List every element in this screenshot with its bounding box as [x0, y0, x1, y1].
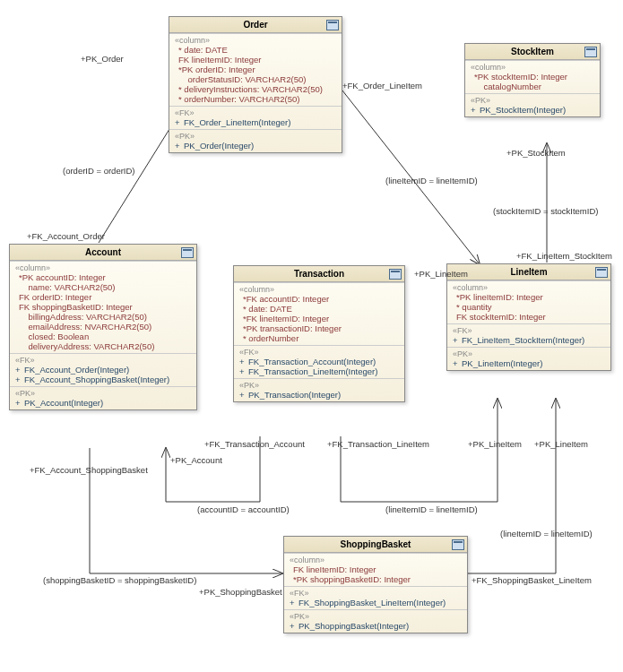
column-row: catalogNumber	[471, 82, 594, 91]
pk-stereo: «PK»	[471, 96, 594, 105]
op-row: PK_Account(Integer)	[15, 398, 191, 408]
column-row: FK orderID: Integer	[15, 292, 191, 302]
column-row: FK lineItemID: Integer	[290, 564, 462, 574]
column-row: * orderNumber: VARCHAR2(50)	[175, 94, 336, 104]
fk-stereo: «FK»	[175, 108, 336, 117]
fk-stereo: «FK»	[290, 589, 462, 598]
fk-stereo: «FK»	[453, 326, 605, 335]
column-row: *FK lineItemID: Integer	[239, 314, 399, 323]
entity-order-title: Order	[243, 20, 267, 30]
label-pk-account: +PK_Account	[170, 455, 222, 465]
column-row: *PK shoppingBasketID: Integer	[290, 574, 462, 584]
label-pk-order: +PK_Order	[81, 54, 124, 64]
entity-account[interactable]: Account «column»*PK accountID: Integer n…	[9, 244, 197, 410]
fk-stereo: «FK»	[239, 348, 399, 357]
label-shoppingbasketid-eq: (shoppingBasketID = shoppingBasketID)	[43, 575, 196, 585]
op-row: PK_LineItem(Integer)	[453, 358, 605, 368]
entity-lineitem[interactable]: LineItem «column»*PK lineItemID: Integer…	[446, 263, 611, 371]
op-row: PK_ShoppingBasket(Integer)	[290, 621, 462, 631]
column-row: *PK accountID: Integer	[15, 272, 191, 282]
op-row: PK_Order(Integer)	[175, 141, 336, 151]
column-row: *PK transactionID: Integer	[239, 323, 399, 333]
op-row: FK_Order_LineItem(Integer)	[175, 117, 336, 127]
column-row: FK shoppingBasketID: Integer	[15, 302, 191, 312]
column-row: closed: Boolean	[15, 332, 191, 341]
column-row: * date: DATE	[239, 304, 399, 314]
label-lineitemid-eq3: (lineItemID = lineItemID)	[500, 529, 593, 538]
column-row: * deliveryInstructions: VARCHAR2(50)	[175, 84, 336, 94]
label-pk-lineitem-c: +PK_LineItem	[534, 439, 588, 449]
pk-stereo: «PK»	[175, 132, 336, 141]
column-row: *PK orderID: Integer	[175, 65, 336, 74]
op-row: FK_Transaction_Account(Integer)	[239, 357, 399, 366]
pk-stereo: «PK»	[453, 349, 605, 358]
entity-order-header: Order	[169, 17, 342, 33]
label-pk-stockitem: +PK_StockItem	[506, 148, 566, 158]
column-stereo: «column»	[290, 556, 462, 564]
column-row: name: VARCHAR2(50)	[15, 282, 191, 292]
column-row: FK stockItemID: Integer	[453, 312, 605, 322]
entity-lineitem-header: LineItem	[447, 264, 610, 280]
column-stereo: «column»	[239, 285, 399, 294]
column-row: emailAddress: NVARCHAR2(50)	[15, 322, 191, 332]
op-row: FK_Account_Order(Integer)	[15, 365, 191, 375]
column-row: deliveryAddress: VARCHAR2(50)	[15, 341, 191, 351]
pk-stereo: «PK»	[239, 381, 399, 390]
table-icon	[584, 47, 597, 57]
order-columns: * date: DATEFK lineItemID: Integer*PK or…	[175, 45, 336, 104]
label-fk-transaction-lineitem: +FK_Transaction_LineItem	[327, 439, 429, 449]
entity-transaction-header: Transaction	[234, 266, 404, 282]
label-fk-order-lineitem: +FK_Order_LineItem	[342, 81, 422, 90]
entity-transaction-title: Transaction	[294, 269, 344, 279]
table-icon	[452, 539, 464, 550]
pk-stereo: «PK»	[15, 389, 191, 398]
entity-shoppingbasket[interactable]: ShoppingBasket «column»FK lineItemID: In…	[283, 536, 468, 633]
column-row: *FK accountID: Integer	[239, 294, 399, 304]
table-icon	[326, 20, 339, 30]
table-icon	[595, 267, 608, 278]
entity-stockitem[interactable]: StockItem «column»*PK stockItemID: Integ…	[464, 43, 601, 117]
column-row: * orderNumber	[239, 333, 399, 343]
label-fk-account-shoppingbasket: +FK_Account_ShoppingBasket	[30, 465, 148, 475]
label-orderid-eq: (orderID = orderID)	[63, 166, 135, 176]
label-fk-account-order: +FK_Account_Order	[27, 231, 105, 241]
entity-stockitem-header: StockItem	[465, 44, 600, 60]
table-icon	[389, 269, 402, 280]
column-stereo: «column»	[175, 36, 336, 45]
column-stereo: «column»	[471, 63, 594, 72]
entity-account-title: Account	[85, 247, 121, 257]
column-row: *PK lineItemID: Integer	[453, 292, 605, 302]
column-row: * date: DATE	[175, 45, 336, 55]
entity-order[interactable]: Order «column» * date: DATEFK lineItemID…	[169, 16, 342, 153]
column-row: *PK stockItemID: Integer	[471, 72, 594, 82]
op-row: FK_LineItem_StockItem(Integer)	[453, 335, 605, 345]
entity-account-header: Account	[10, 245, 196, 261]
table-icon	[181, 247, 194, 258]
op-row: FK_Transaction_LineItem(Integer)	[239, 366, 399, 376]
entity-shoppingbasket-header: ShoppingBasket	[284, 537, 467, 553]
label-accountid-eq: (accountID = accountID)	[197, 504, 290, 514]
entity-transaction[interactable]: Transaction «column»*FK accountID: Integ…	[233, 265, 405, 402]
label-fk-transaction-account: +FK_Transaction_Account	[204, 439, 305, 449]
op-row: FK_ShoppingBasket_LineItem(Integer)	[290, 598, 462, 607]
fk-stereo: «FK»	[15, 356, 191, 365]
label-pk-lineitem-b: +PK_LineItem	[468, 439, 522, 449]
label-pk-shoppingbasket: +PK_ShoppingBasket	[199, 587, 282, 597]
entity-lineitem-title: LineItem	[510, 267, 547, 277]
column-row: * quantity	[453, 302, 605, 312]
label-lineitemid-eq2: (lineItemID = lineItemID)	[385, 504, 478, 514]
pk-stereo: «PK»	[290, 612, 462, 621]
op-row: PK_Transaction(Integer)	[239, 390, 399, 400]
column-row: billingAddress: VARCHAR2(50)	[15, 312, 191, 322]
label-fk-shoppingbasket-lineitem: +FK_ShoppingBasket_LineItem	[472, 575, 592, 585]
entity-stockitem-title: StockItem	[511, 47, 554, 56]
label-pk-lineitem: +PK_LineItem	[414, 269, 468, 279]
label-fk-lineitem-stockitem: +FK_LineItem_StockItem	[516, 251, 612, 261]
op-row: PK_StockItem(Integer)	[471, 105, 594, 115]
column-stereo: «column»	[15, 263, 191, 272]
label-stockitemid-eq: (stockItemID = stockItemID)	[493, 206, 598, 216]
label-lineitemid-eq: (lineItemID = lineItemID)	[385, 176, 439, 185]
column-row: orderStatusID: VARCHAR2(50)	[175, 74, 336, 84]
op-row: FK_Account_ShoppingBasket(Integer)	[15, 375, 191, 384]
entity-shoppingbasket-title: ShoppingBasket	[341, 539, 411, 549]
